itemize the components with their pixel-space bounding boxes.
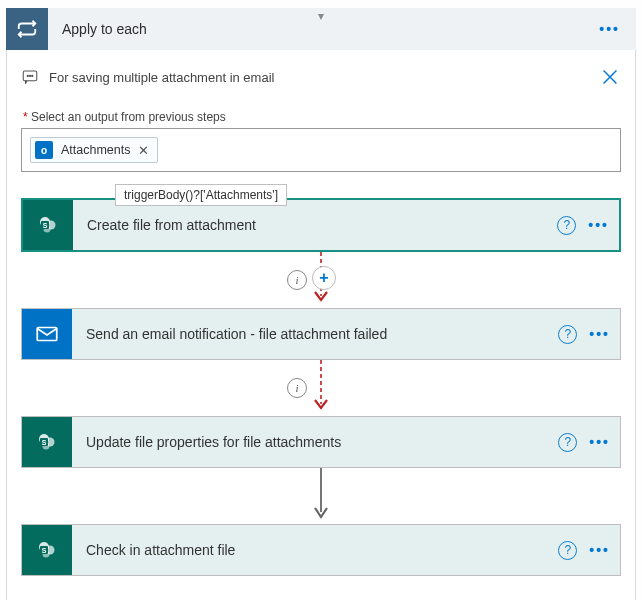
svg-rect-12 [37, 328, 57, 341]
action-more-menu[interactable]: ••• [589, 326, 620, 342]
svg-text:S: S [42, 439, 47, 446]
header-more-menu[interactable]: ••• [593, 17, 626, 41]
connector-1: i + [21, 252, 621, 308]
action-label: Check in attachment file [86, 542, 558, 558]
loop-icon [6, 8, 48, 50]
help-icon[interactable]: ? [558, 325, 577, 344]
help-icon[interactable]: ? [558, 433, 577, 452]
svg-point-2 [29, 75, 30, 76]
svg-point-3 [32, 75, 33, 76]
comment-text: For saving multiple attachment in email [49, 70, 589, 85]
connector-3 [21, 468, 621, 524]
svg-text:S: S [42, 547, 47, 554]
connector-2: i [21, 360, 621, 416]
chip-label: Attachments [61, 143, 130, 157]
action-label: Create file from attachment [87, 217, 557, 233]
info-icon[interactable]: i [287, 378, 307, 398]
sharepoint-icon: S [23, 200, 73, 250]
sharepoint-icon: S [22, 417, 72, 467]
sharepoint-icon: S [22, 525, 72, 575]
outlook-icon: o [35, 141, 53, 159]
action-check-in-file[interactable]: S Check in attachment file ? ••• [21, 524, 621, 576]
action-create-file[interactable]: S Create file from attachment ? ••• [21, 198, 621, 252]
action-label: Update file properties for file attachme… [86, 434, 558, 450]
close-icon[interactable] [599, 66, 621, 88]
action-label: Send an email notification - file attach… [86, 326, 558, 342]
chip-remove-icon[interactable]: ✕ [138, 143, 149, 158]
action-more-menu[interactable]: ••• [589, 434, 620, 450]
expression-tooltip: triggerBody()?['Attachments'] [115, 184, 287, 206]
attachments-token-chip[interactable]: o Attachments ✕ [30, 137, 158, 163]
mail-icon [22, 309, 72, 359]
select-output-input[interactable]: o Attachments ✕ [21, 128, 621, 172]
comment-row: For saving multiple attachment in email [21, 60, 621, 106]
comment-icon [21, 68, 39, 86]
info-icon[interactable]: i [287, 270, 307, 290]
apply-to-each-panel: For saving multiple attachment in email … [6, 50, 636, 600]
action-send-email[interactable]: Send an email notification - file attach… [21, 308, 621, 360]
select-output-label: * Select an output from previous steps [23, 110, 621, 124]
action-more-menu[interactable]: ••• [588, 217, 619, 233]
insert-step-button[interactable]: + [312, 266, 336, 290]
action-more-menu[interactable]: ••• [589, 542, 620, 558]
help-icon[interactable]: ? [558, 541, 577, 560]
svg-point-1 [27, 75, 28, 76]
action-update-properties[interactable]: S Update file properties for file attach… [21, 416, 621, 468]
help-icon[interactable]: ? [557, 216, 576, 235]
svg-text:S: S [43, 222, 48, 229]
incoming-connector-arrow: ▾ [318, 9, 324, 23]
header-title: Apply to each [62, 21, 593, 37]
